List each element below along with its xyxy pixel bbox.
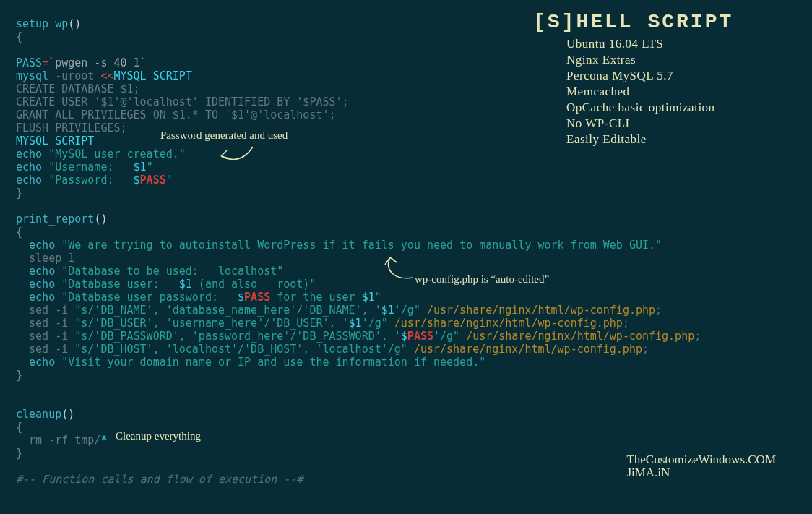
feature-item: Easily Editable (566, 133, 793, 146)
feature-item: Nginx Extras (566, 53, 793, 67)
annotation-wpconfig: wp-config.php is “auto-edited” (415, 273, 549, 286)
arrow-icon (217, 143, 260, 168)
arrow-icon (381, 256, 419, 288)
annotation-cleanup: Cleanup everything (116, 429, 201, 442)
fn-name: setup_wp (16, 17, 68, 30)
feature-item: Percona MySQL 5.7 (566, 69, 793, 82)
feature-item: Memcached (566, 85, 793, 98)
credits: TheCustomizeWindows.COM JiMA.iN (626, 453, 776, 479)
feature-item: No WP-CLI (566, 117, 793, 130)
credit-line: TheCustomizeWindows.COM (626, 453, 776, 466)
panel-title: [S]HELL SCRIPT (533, 16, 793, 29)
credit-line: JiMA.iN (626, 466, 776, 479)
feature-item: OpCache basic optimization (566, 101, 793, 114)
feature-panel: [S]HELL SCRIPT Ubuntu 16.04 LTS Nginx Ex… (533, 16, 793, 149)
feature-item: Ubuntu 16.04 LTS (566, 38, 793, 51)
annotation-password: Password generated and used (160, 129, 288, 142)
